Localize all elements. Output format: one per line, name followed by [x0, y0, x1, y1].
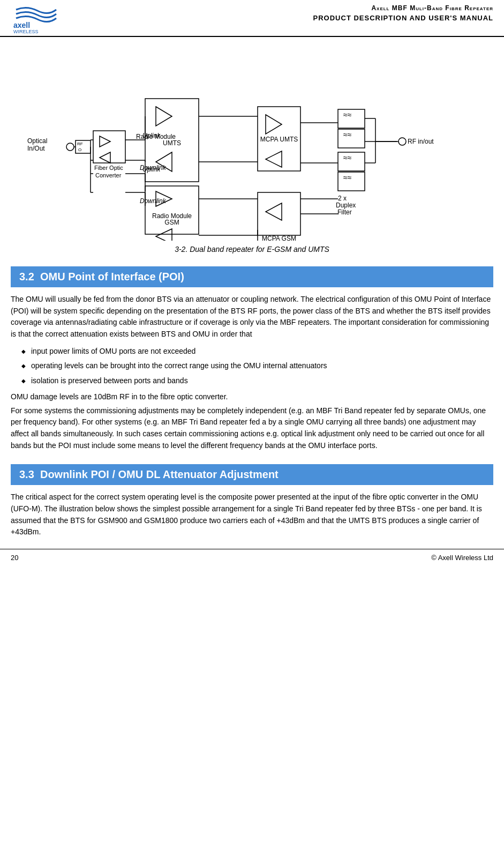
section-32-title: OMU Point of Interface (POI) [40, 271, 184, 282]
header-title-top: Axell MBF Muli-Band Fibre Repeater [313, 4, 493, 12]
svg-text:≈≈: ≈≈ [343, 130, 352, 139]
svg-text:Converter: Converter [95, 172, 122, 178]
svg-text:Fiber Optic: Fiber Optic [94, 165, 123, 171]
svg-text:UMTS: UMTS [163, 139, 181, 147]
svg-rect-8 [93, 131, 125, 163]
svg-text:≈≈: ≈≈ [343, 173, 352, 182]
svg-marker-36 [266, 151, 282, 167]
svg-text:In/Out: In/Out [27, 145, 45, 152]
svg-text:MCPA UMTS: MCPA UMTS [260, 136, 297, 143]
svg-marker-10 [100, 152, 110, 163]
svg-text:O: O [78, 147, 81, 152]
bullet-item-1: input power limits of OMU ports are not … [21, 346, 493, 357]
axell-logo: axell WIRELESS [11, 4, 59, 34]
svg-text:RF: RF [77, 141, 83, 146]
section33-paragraph1: The critical aspect for the correct syst… [11, 491, 493, 538]
section32-paragraph1: The OMU will usually be fed from the don… [11, 294, 493, 340]
svg-text:Filter: Filter [337, 208, 352, 216]
page-number: 20 [11, 554, 18, 562]
svg-text:GSM: GSM [164, 219, 179, 226]
page-footer: 20 © Axell Wireless Ltd [0, 549, 504, 566]
section-32-heading: 3.2 OMU Point of Interface (POI) [11, 266, 493, 287]
svg-marker-34 [266, 115, 282, 134]
system-diagram: Optical In/Out RF O Fiber Optic Converte… [22, 48, 483, 241]
section32-para2-line1: OMU damage levels are 10dBm RF in to the… [11, 391, 493, 403]
section32-para2-line2: For some systems the commissioning adjus… [11, 405, 493, 452]
svg-point-55 [398, 138, 406, 145]
svg-text:WIRELESS: WIRELESS [13, 29, 39, 34]
svg-text:Duplex: Duplex [336, 202, 356, 209]
svg-text:axell: axell [13, 21, 30, 29]
header-text: Axell MBF Muli-Band Fibre Repeater PRODU… [313, 4, 493, 22]
section-32-number: 3.2 [19, 271, 34, 282]
svg-text:2 x: 2 x [338, 195, 347, 202]
header-title-bottom: PRODUCT DESCRIPTION AND USER'S MANUAL [313, 14, 493, 22]
section-33-number: 3.3 [19, 468, 34, 480]
section32-paragraph2: OMU damage levels are 10dBm RF in to the… [11, 391, 493, 451]
bullet-list: input power limits of OMU ports are not … [21, 346, 493, 387]
svg-text:RF in/out: RF in/out [408, 138, 434, 145]
svg-text:≈≈: ≈≈ [343, 153, 352, 162]
page-header: axell WIRELESS Axell MBF Muli-Band Fibre… [0, 0, 504, 37]
svg-text:Optical: Optical [27, 137, 47, 145]
svg-point-4 [66, 143, 74, 151]
logo-area: axell WIRELESS [11, 4, 59, 34]
svg-text:≈≈: ≈≈ [343, 110, 352, 119]
copyright: © Axell Wireless Ltd [431, 554, 493, 562]
diagram-container: Optical In/Out RF O Fiber Optic Converte… [22, 48, 483, 254]
svg-marker-22 [156, 107, 172, 126]
svg-rect-37 [258, 192, 300, 235]
section-33-title: Downlink POI / OMU DL Attenuator Adjustm… [40, 468, 279, 480]
svg-text:MCPA GSM: MCPA GSM [262, 235, 296, 241]
section-33-heading: 3.3 Downlink POI / OMU DL Attenuator Adj… [11, 464, 493, 485]
svg-marker-9 [100, 136, 110, 147]
svg-marker-38 [266, 203, 282, 220]
svg-marker-30 [156, 229, 172, 241]
bullet-item-3: isolation is preserved between ports and… [21, 375, 493, 387]
svg-rect-26 [145, 186, 199, 234]
diagram-caption: 3-2. Dual band repeater for E-GSM and UM… [22, 245, 483, 254]
bullet-item-2: operating levels can be brought into the… [21, 360, 493, 372]
